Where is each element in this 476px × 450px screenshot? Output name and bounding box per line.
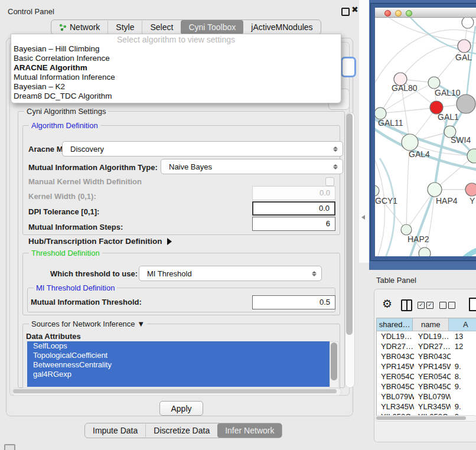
- table-cell[interactable]: [451, 392, 476, 402]
- table-row[interactable]: YER054CYER054C8.: [377, 371, 476, 381]
- column-header-clipped[interactable]: A: [449, 318, 476, 331]
- divider-collapse-arrow-icon[interactable]: [361, 215, 365, 220]
- table-cell[interactable]: YBR045C: [377, 381, 414, 392]
- network-node[interactable]: [419, 247, 431, 256]
- table-cell[interactable]: YER054C: [377, 371, 414, 381]
- table-horizontal-scroll-thumb[interactable]: [376, 416, 466, 420]
- combo-spinner-icon: [333, 164, 338, 169]
- collapsed-arrow-icon: [167, 238, 172, 245]
- table-header-row: shared… name A: [377, 318, 476, 331]
- aracne-mode-combo[interactable]: Discovery: [62, 141, 343, 156]
- data-attributes-list[interactable]: SelfLoopsTopologicalCoefficientBetweenne…: [27, 341, 330, 387]
- table-cell[interactable]: YPR145W: [414, 361, 451, 371]
- network-node[interactable]: [428, 182, 442, 197]
- table-settings-gear-icon[interactable]: ⚙: [382, 297, 392, 311]
- attribute-list-item[interactable]: gal4RGexp: [27, 370, 330, 379]
- attributes-list-scroll-thumb[interactable]: [331, 343, 337, 380]
- table-row[interactable]: YPR145WYPR145W9.: [377, 361, 476, 371]
- dropdown-item[interactable]: Dream8 DC_TDC Algorithm: [11, 92, 341, 101]
- table-row[interactable]: YBR043CYBR043C: [377, 351, 476, 361]
- show-columns-icon[interactable]: [401, 299, 412, 311]
- table-cell[interactable]: YDR27…: [377, 341, 414, 351]
- mi-steps-field[interactable]: 6: [252, 217, 335, 231]
- table-cell[interactable]: YLR345W: [377, 402, 414, 412]
- table-row[interactable]: YLR345WYLR345W9.: [377, 402, 476, 412]
- dropdown-item[interactable]: ARACNE Algorithm: [11, 63, 341, 73]
- network-window-titlebar[interactable]: [375, 8, 476, 18]
- network-node[interactable]: [465, 183, 476, 196]
- tab-discretize-data[interactable]: Discretize Data: [145, 424, 217, 437]
- column-header-name[interactable]: name: [413, 318, 449, 331]
- attribute-list-item[interactable]: BetweennessCentrality: [27, 360, 330, 370]
- network-node[interactable]: [462, 18, 474, 28]
- table-cell[interactable]: YBL079W: [377, 392, 414, 402]
- table-cell[interactable]: YBR043C: [377, 351, 414, 361]
- which-threshold-combo[interactable]: MI Threshold: [139, 266, 322, 281]
- dropdown-item[interactable]: Bayesian – K2: [11, 82, 341, 92]
- table-row[interactable]: YBL079WYBL079W: [377, 392, 476, 402]
- network-node[interactable]: [401, 224, 412, 235]
- minimize-window-icon[interactable]: [395, 10, 402, 17]
- apply-button[interactable]: Apply: [159, 401, 203, 416]
- export-table-icon[interactable]: [469, 298, 476, 311]
- tab-jactivemnodules[interactable]: jActiveMNodules: [243, 21, 320, 34]
- table-cell[interactable]: 9.: [451, 402, 476, 412]
- zoom-window-icon[interactable]: [406, 10, 412, 17]
- hub-definition-toggle[interactable]: Hub/Transcription Factor Definition: [28, 237, 172, 246]
- close-panel-icon[interactable]: ✖: [351, 5, 358, 14]
- tab-network[interactable]: Network: [51, 21, 107, 34]
- network-canvas[interactable]: GALGAL80GAL10GAL1GAL11SWI4GAL4GCY1HAP4YH…: [375, 18, 476, 256]
- deselect-all-columns-icon[interactable]: [439, 302, 455, 309]
- table-cell[interactable]: YPR145W: [377, 361, 414, 371]
- network-node[interactable]: [428, 77, 440, 89]
- panel-divider[interactable]: [359, 0, 369, 263]
- dropdown-item[interactable]: Bayesian – Hill Climbing: [11, 44, 341, 54]
- attribute-list-item[interactable]: SelfLoops: [27, 341, 330, 351]
- table-cell[interactable]: YBR045C: [414, 381, 451, 392]
- select-all-columns-icon[interactable]: ✓✓: [418, 302, 433, 309]
- tab-select[interactable]: Select: [142, 21, 181, 34]
- settings-vertical-scroll-thumb[interactable]: [346, 113, 353, 335]
- table-row[interactable]: YDR27…YDR27…12: [377, 341, 476, 351]
- settings-horizontal-scroll-thumb[interactable]: [13, 389, 337, 393]
- manual-kernel-checkbox[interactable]: [325, 177, 334, 186]
- network-node[interactable]: [402, 134, 418, 151]
- kernel-width-label: Kernel Width (0,1):: [28, 192, 96, 201]
- network-node[interactable]: [458, 40, 471, 53]
- table-cell[interactable]: 9.: [451, 361, 476, 371]
- table-cell[interactable]: YLR345W: [414, 402, 451, 412]
- table-cell[interactable]: YBR043C: [414, 351, 451, 361]
- tab-cyni-toolbox[interactable]: Cyni Toolbox: [181, 20, 243, 34]
- table-cell[interactable]: 8.: [451, 371, 476, 381]
- kernel-width-field[interactable]: 0.0: [252, 186, 335, 200]
- dropdown-item[interactable]: Mutual Information Inference: [11, 73, 341, 82]
- close-window-icon[interactable]: [384, 10, 391, 17]
- table-cell[interactable]: YBL079W: [414, 392, 451, 402]
- dropdown-item[interactable]: Basic Correlation Inference: [11, 54, 341, 63]
- minimized-panel-icon[interactable]: [4, 444, 15, 450]
- table-row[interactable]: YDL19…YDL19…13: [377, 331, 476, 341]
- table-cell[interactable]: YER054C: [414, 371, 451, 381]
- tab-impute-data[interactable]: Impute Data: [85, 424, 145, 437]
- mi-type-combo[interactable]: Naive Bayes: [161, 159, 343, 174]
- mi-type-label: Mutual Information Algorithm Type:: [28, 163, 158, 172]
- column-header-shared-name[interactable]: shared…: [377, 318, 413, 331]
- table-cell[interactable]: YDL19…: [414, 331, 451, 341]
- network-node[interactable]: [457, 94, 475, 113]
- table-cell[interactable]: YDR27…: [414, 341, 451, 351]
- network-node[interactable]: [375, 185, 379, 196]
- table-cell[interactable]: 13: [451, 331, 476, 341]
- attribute-list-item[interactable]: TopologicalCoefficient: [27, 351, 330, 360]
- table-row[interactable]: YBR045CYBR045C9.: [377, 381, 476, 392]
- dpi-tolerance-field[interactable]: 0.0: [252, 201, 335, 216]
- table-cell[interactable]: 12: [451, 341, 476, 351]
- mi-threshold-field[interactable]: 0.5: [252, 295, 335, 309]
- table-cell[interactable]: 9.: [451, 381, 476, 392]
- network-view-window[interactable]: GALGAL80GAL10GAL1GAL11SWI4GAL4GCY1HAP4YH…: [371, 4, 476, 260]
- tab-style[interactable]: Style: [107, 21, 142, 34]
- table-cell[interactable]: YDL19…: [377, 331, 414, 341]
- tab-infer-network[interactable]: Infer Network: [217, 423, 282, 438]
- network-node[interactable]: [375, 107, 386, 119]
- float-panel-icon[interactable]: [341, 8, 350, 16]
- table-cell[interactable]: [451, 351, 476, 361]
